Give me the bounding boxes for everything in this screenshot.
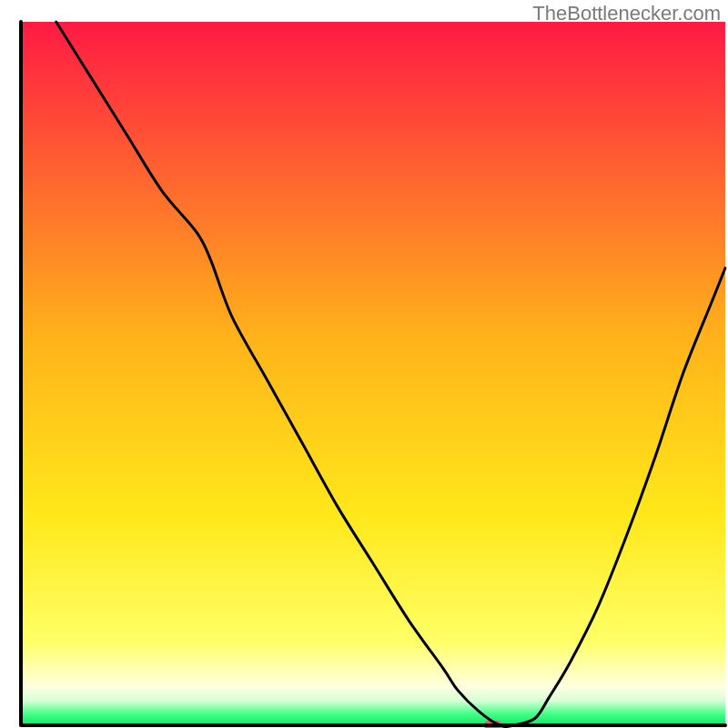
bottleneck-chart — [0, 0, 728, 728]
